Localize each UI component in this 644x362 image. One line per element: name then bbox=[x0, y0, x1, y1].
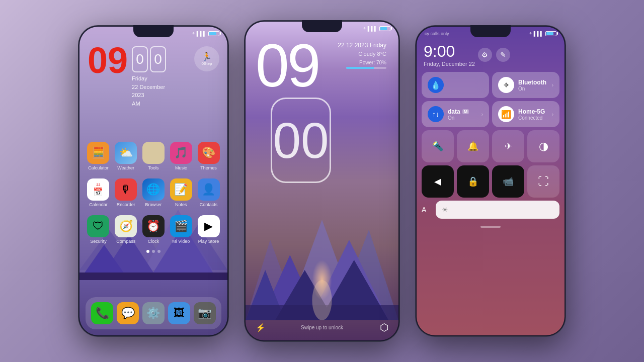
app-notes[interactable]: 📝 Notes bbox=[168, 178, 194, 207]
phone-2-date-info: 22 12 2023 Friday Cloudy 8°C Power: 70% bbox=[338, 42, 386, 69]
dock-messages[interactable]: 💬 bbox=[117, 302, 139, 324]
phone-3-header: 9:00 Friday, December 22 ⚙ ✎ bbox=[417, 38, 565, 69]
small-tile-bell[interactable]: 🔔 bbox=[457, 130, 489, 162]
app-mivideo[interactable]: 🎬 Mi Video bbox=[168, 215, 194, 244]
water-icon: 💧 bbox=[428, 77, 444, 93]
dot-2 bbox=[152, 250, 155, 253]
brightness-low-label: A bbox=[422, 206, 432, 214]
small-tile-lock-rotate[interactable]: 🔒 bbox=[457, 165, 489, 198]
phone-3-small-tiles-2: ◀ 🔒 📹 ⛶ bbox=[417, 165, 565, 198]
battery-p1 bbox=[208, 31, 219, 36]
dock-gallery[interactable]: 🖼 bbox=[168, 302, 190, 324]
phone-2: ⌖ ▌▌▌ 22 12 2023 Friday Cloudy 8°C Power… bbox=[244, 20, 400, 342]
battery-p3 bbox=[545, 31, 556, 36]
app-playstore[interactable]: ▶ Play Store bbox=[196, 215, 221, 244]
phone-1-step-widget: 🏃 0Step bbox=[194, 46, 219, 71]
app-clock[interactable]: ⏰ Clock bbox=[141, 215, 167, 244]
brightness-slider[interactable]: ☀ bbox=[436, 201, 559, 219]
app-compass[interactable]: 🧭 Compass bbox=[113, 215, 139, 244]
edit-icon[interactable]: ✎ bbox=[496, 48, 510, 62]
small-tile-expand[interactable]: ⛶ bbox=[527, 165, 559, 198]
phone-1-apps-row1: 🧮 Calculator ⛅ Weather Tools bbox=[79, 138, 227, 174]
battery-p2 bbox=[379, 26, 390, 31]
tile-water[interactable]: 💧 bbox=[422, 72, 489, 98]
wifi-tile-arrow: › bbox=[552, 112, 553, 117]
signal-icon-p3: ▌▌▌ bbox=[534, 31, 543, 36]
small-tile-location[interactable]: ◀ bbox=[422, 165, 454, 198]
app-music[interactable]: 🎵 Music bbox=[168, 142, 194, 170]
phone-2-swipe-text: Swipe up to unlock bbox=[301, 325, 343, 330]
bluetooth-tile-icon: ⌖ bbox=[498, 77, 514, 93]
phone-1-min-digit-1: 0 bbox=[132, 46, 148, 72]
dock-camera[interactable]: 📷 bbox=[194, 302, 216, 324]
dock-phone[interactable]: 📞 bbox=[91, 302, 113, 324]
phone-1-page-dots bbox=[79, 250, 227, 253]
phone-2-glow bbox=[312, 260, 332, 300]
data-tile-arrow: › bbox=[481, 112, 483, 117]
phone-1-apps-row2: 22 📅 Calendar 🎙 Recorder 🌐 Browser 📝 Not… bbox=[79, 174, 227, 211]
brightness-sun-icon: ☀ bbox=[442, 206, 448, 214]
phone-2-status-right: ⌖ ▌▌▌ bbox=[363, 26, 390, 31]
phone-2-battery-bar bbox=[346, 67, 386, 69]
phone-1-status-right: ⌖ ▌▌▌ bbox=[192, 31, 219, 36]
phone-3-home-indicator bbox=[480, 226, 501, 228]
phone-1-hour: 09 bbox=[88, 42, 128, 78]
phone-2-notch bbox=[302, 20, 342, 32]
bluetooth-icon-p2: ⌖ bbox=[363, 26, 366, 31]
dot-3 bbox=[157, 250, 160, 253]
bluetooth-icon-p1: ⌖ bbox=[192, 31, 195, 36]
signal-icon-p1: ▌▌▌ bbox=[197, 31, 206, 36]
dock-settings[interactable]: ⚙️ bbox=[142, 302, 165, 324]
wifi-icon: 📶 bbox=[498, 106, 514, 122]
signal-icon-p2: ▌▌▌ bbox=[368, 26, 377, 31]
phone-1-date: Friday 22 December 2023 AM bbox=[132, 74, 166, 108]
tile-data[interactable]: ↑↓ data M On › bbox=[422, 101, 489, 127]
bluetooth-icon-p3: ⌖ bbox=[529, 31, 532, 36]
app-recorder[interactable]: 🎙 Recorder bbox=[113, 178, 139, 207]
phone-2-flash-icon[interactable]: ⚡ bbox=[256, 323, 266, 332]
small-tile-video[interactable]: 📹 bbox=[492, 165, 524, 198]
phone-3-notch bbox=[470, 25, 511, 37]
data-icon: ↑↓ bbox=[428, 106, 444, 122]
app-weather[interactable]: ⛅ Weather bbox=[113, 142, 139, 170]
app-security[interactable]: 🛡 Security bbox=[86, 215, 111, 244]
phone-3-small-tiles-1: 🔦 🔔 ✈ ◑ bbox=[417, 130, 565, 162]
phone-2-camera-icon[interactable]: ⬡ bbox=[380, 321, 388, 333]
bluetooth-tile-arrow: › bbox=[552, 82, 553, 88]
app-themes[interactable]: 🎨 Themes bbox=[196, 142, 221, 170]
phone-1-min-digit-2: 0 bbox=[150, 46, 166, 72]
dot-1 bbox=[146, 250, 149, 253]
phone-3-brightness-row: A ☀ bbox=[417, 201, 565, 222]
tile-wifi[interactable]: 📶 Home-5G Connected › bbox=[492, 101, 559, 127]
phone-1-time-widget: 09 0 0 Friday 22 December 2023 AM bbox=[79, 38, 227, 108]
phone-1-minutes: 0 0 bbox=[132, 46, 166, 72]
phone-1: ⌖ ▌▌▌ 09 0 0 bbox=[78, 25, 229, 337]
phone-1-notch bbox=[133, 25, 174, 37]
svg-rect-7 bbox=[79, 273, 227, 280]
phone-3-header-icons: ⚙ ✎ bbox=[478, 48, 510, 62]
phone-3: cy calls only ⌖ ▌▌▌ 9:00 Friday, Decembe… bbox=[415, 25, 566, 337]
settings-gear-icon[interactable]: ⚙ bbox=[478, 48, 492, 62]
small-tile-flashlight[interactable]: 🔦 bbox=[422, 130, 454, 162]
tile-bluetooth[interactable]: ⌖ Bluetooth On › bbox=[492, 72, 559, 98]
app-tools[interactable]: Tools bbox=[141, 142, 167, 170]
phone-1-dock: 📞 💬 ⚙️ 🖼 📷 bbox=[86, 297, 221, 329]
app-contacts[interactable]: 👤 Contacts bbox=[196, 178, 221, 207]
small-tile-airplane[interactable]: ✈ bbox=[492, 130, 524, 162]
small-tile-invert[interactable]: ◑ bbox=[527, 130, 559, 162]
phone-3-status-right: ⌖ ▌▌▌ bbox=[529, 31, 556, 36]
app-calendar[interactable]: 22 📅 Calendar bbox=[86, 178, 111, 207]
app-browser[interactable]: 🌐 Browser bbox=[141, 178, 167, 207]
phone-3-main-tiles: 💧 ⌖ Bluetooth On › ↑↓ d bbox=[417, 69, 565, 130]
app-calculator[interactable]: 🧮 Calculator bbox=[86, 142, 111, 170]
phone-1-apps-row3: 🛡 Security 🧭 Compass ⏰ Clock 🎬 Mi Video … bbox=[79, 211, 227, 248]
